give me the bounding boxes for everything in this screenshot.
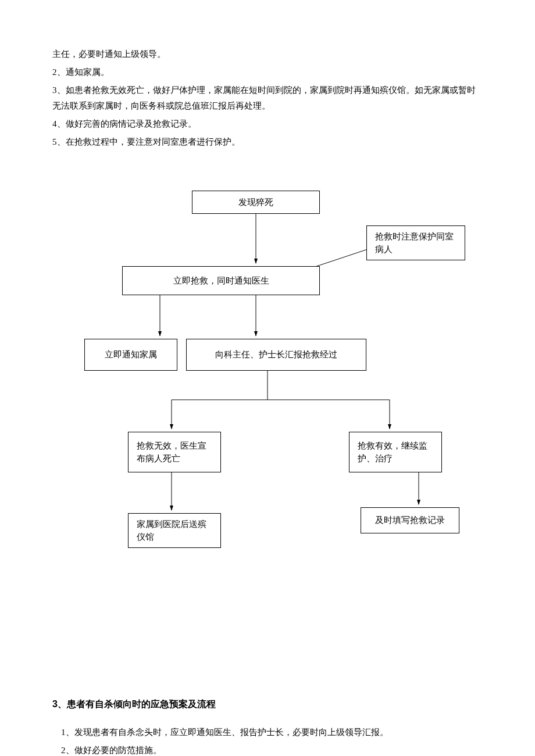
flow-node-label: 及时填写抢救记录 — [375, 514, 445, 527]
flow-node-label: 向科主任、护士长汇报抢救经过 — [215, 348, 337, 361]
flow-node-rescue: 立即抢救，同时通知医生 — [122, 266, 320, 295]
flow-node-protect: 抢救时注意保护同室病人 — [366, 225, 465, 260]
flow-node-funeral: 家属到医院后送殡仪馆 — [128, 513, 221, 548]
flow-node-effective: 抢救有效，继续监护、治疗 — [349, 432, 442, 472]
body-paragraph-2: 2、做好必要的防范措施。 — [52, 743, 483, 756]
flowchart: 发现猝死 抢救时注意保护同室病人 立即抢救，同时通知医生 立即通知家属 向科主任… — [52, 185, 483, 592]
flow-node-report: 向科主任、护士长汇报抢救经过 — [186, 339, 366, 371]
flow-node-label: 发现猝死 — [238, 196, 273, 209]
top-paragraph-5: 5、在抢救过程中，要注意对同室患者进行保护。 — [52, 134, 483, 150]
flow-node-label: 立即抢救，同时通知医生 — [173, 274, 269, 288]
flow-node-label: 抢救无效，医生宣布病人死亡 — [137, 439, 212, 465]
top-paragraph-2: 2、通知家属。 — [52, 65, 483, 80]
top-paragraph-1: 主任，必要时通知上级领导。 — [52, 46, 483, 62]
flow-node-death: 抢救无效，医生宣布病人死亡 — [128, 432, 221, 472]
flow-node-label: 抢救时注意保护同室病人 — [375, 230, 456, 256]
body-text: 1、发现患者有自杀念头时，应立即通知医生、报告护士长，必要时向上级领导汇报。 2… — [52, 725, 483, 756]
flow-node-discover: 发现猝死 — [192, 191, 320, 214]
flow-node-label: 立即通知家属 — [105, 348, 157, 361]
flow-node-label: 家属到医院后送殡仪馆 — [137, 518, 212, 544]
flow-node-label: 抢救有效，继续监护、治疗 — [358, 439, 433, 465]
section-title: 3、患者有自杀倾向时的应急预案及流程 — [52, 696, 483, 713]
top-paragraph-3: 3、如患者抢救无效死亡，做好尸体护理，家属能在短时间到院的，家属到院时再通知殡仪… — [52, 83, 483, 114]
flow-node-notify-family: 立即通知家属 — [84, 339, 177, 371]
flow-node-record: 及时填写抢救记录 — [361, 507, 459, 533]
body-paragraph-1: 1、发现患者有自杀念头时，应立即通知医生、报告护士长，必要时向上级领导汇报。 — [52, 725, 483, 740]
top-paragraph-4: 4、做好完善的病情记录及抢救记录。 — [52, 116, 483, 132]
